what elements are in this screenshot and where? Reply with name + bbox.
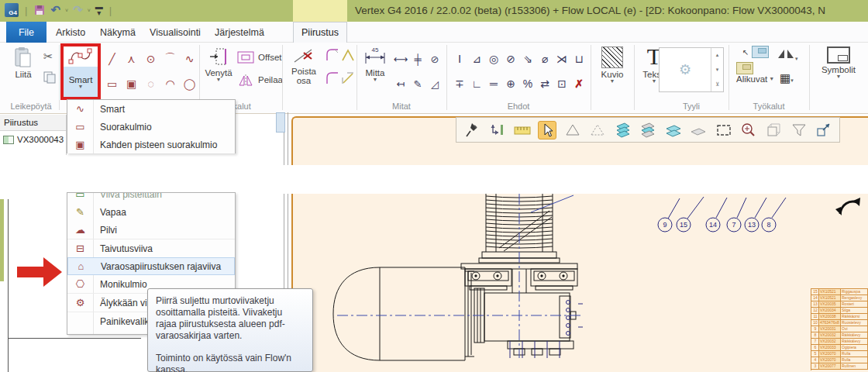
layers-all-icon[interactable] (614, 121, 632, 140)
line-tool-icon[interactable]: ╱ (102, 46, 122, 71)
dimension-tool-icon[interactable]: ⟷ (392, 46, 409, 71)
layers-two-icon[interactable] (664, 121, 682, 140)
constraint-icon[interactable]: Ⅰ (451, 46, 468, 71)
line-tool-icon[interactable]: ∿ (180, 46, 199, 71)
line-tool-icon[interactable]: ◠ (160, 71, 180, 96)
dimension-tool-icon[interactable]: ↤ (392, 71, 409, 96)
dimension-tool-icon[interactable]: ⊘ (426, 46, 443, 71)
fillet2-icon[interactable] (326, 71, 339, 88)
constraint-icon[interactable]: ⊕ (502, 71, 519, 96)
paste-button[interactable]: Liitä (8, 46, 39, 79)
stretch-button[interactable]: Venytä▼ (202, 46, 236, 82)
undo-icon[interactable]: ↶ (50, 4, 60, 16)
constraint-icon[interactable]: ⌀ (536, 46, 553, 71)
triangle-dashed-icon[interactable] (589, 121, 607, 140)
constraint-icon[interactable]: ∟ (468, 71, 485, 96)
gallery-expand-icon[interactable]: ⊻ (711, 77, 723, 91)
tab-visualisointi[interactable]: Visualisointi (146, 22, 205, 43)
symbols-button[interactable]: Symbolit▼ (815, 46, 862, 79)
constraint-icon[interactable]: ⊡ (553, 71, 570, 96)
drawing-sheet[interactable]: 9 15 14 7 13 8 (291, 194, 868, 372)
subpictures-button[interactable]: Alikuvat▼ (736, 74, 774, 84)
mirror-button[interactable]: Peilaa (237, 73, 283, 87)
constraint-icon[interactable]: ◎ (485, 46, 502, 71)
subpicture-blue-icon[interactable] (752, 46, 769, 58)
menu-item-taivutusviiva[interactable]: ⊟ Taivutusviiva (67, 239, 235, 257)
constraint-icon[interactable]: ⇄ (536, 71, 553, 96)
line-tool-icon[interactable]: ⊙ (141, 46, 160, 71)
drawing-tree-item[interactable]: VX3000043 (0, 131, 66, 144)
constraint-icon[interactable]: ⊿ (468, 46, 485, 71)
remove-part-button[interactable]: Poista osa (285, 46, 322, 85)
style-gallery[interactable]: ⚙ ▴ ▾ ⊻ (659, 47, 724, 92)
redo-icon[interactable]: ↷ (73, 4, 83, 16)
tab-file[interactable]: File (6, 22, 46, 43)
redo-dropdown-icon[interactable]: ˅ (88, 8, 91, 13)
dimension-tool-icon[interactable]: ╪ (409, 46, 426, 71)
cut-icon[interactable]: ✂ (43, 50, 53, 64)
line-tool-icon[interactable]: ⋏ (122, 46, 141, 71)
dimension-tool-icon[interactable]: ◿ (426, 71, 443, 96)
menu-item-clipped[interactable]: ▭ Viiva pisteittäin (67, 193, 235, 203)
zoom-in-icon[interactable] (739, 121, 757, 140)
tab-nakyma[interactable]: Näkymä (96, 22, 140, 43)
bend-line-icon: ⊟ (67, 243, 93, 254)
constraint-icon[interactable]: ⇘ (519, 46, 536, 71)
subpicture-yellow-icon[interactable] (736, 62, 753, 74)
menu-item-kahden-pisteen-suorakulmio[interactable]: ▣ Kahden pisteen suorakulmio (67, 136, 235, 153)
undo-dropdown-icon[interactable]: ˅ (65, 8, 68, 13)
smart-button[interactable]: Smart▼ (64, 46, 98, 97)
smart-dropdown-caret[interactable]: ▼ (78, 84, 84, 89)
menu-item-smart[interactable]: ∿ Smart (67, 100, 235, 118)
line-tool-icon[interactable]: ◯ (180, 71, 199, 96)
tab-piirustus[interactable]: Piirustus (293, 22, 347, 43)
menu-item-varaosapiirustuksen-rajaviiva[interactable]: ⌂ Varaosapiirustuksen rajaviiva (67, 257, 235, 275)
line-tool-icon[interactable]: ▭ (102, 71, 122, 96)
constraint-icon[interactable]: ∓ (451, 71, 468, 96)
scroll-up-icon[interactable]: ▴ (711, 48, 723, 63)
constraint-icon[interactable]: ⊔ (570, 46, 587, 71)
constraint-icon[interactable]: % (519, 71, 536, 96)
customize-qat-icon[interactable]: ▬▾ (95, 4, 103, 16)
scroll-down-icon[interactable]: ▾ (711, 63, 723, 78)
box-3d-icon[interactable] (765, 121, 783, 140)
layer-single-icon[interactable] (689, 121, 707, 140)
panel-header[interactable]: Piirustus (0, 115, 66, 131)
move-view-icon[interactable] (487, 121, 505, 140)
chamfer-highlight-icon[interactable] (341, 48, 355, 65)
select-area-icon[interactable] (715, 121, 732, 140)
select-cursor-icon[interactable] (538, 121, 556, 140)
constraint-icon[interactable]: ✗ (570, 71, 587, 96)
copy-icon[interactable] (43, 71, 56, 87)
chamfer2-icon[interactable] (341, 71, 355, 88)
parts-table: 15VX10521Riggauspa14VX10521Rengaslevy13V… (811, 288, 868, 370)
offset-button[interactable]: Offset (237, 51, 281, 64)
menu-item-vapaa[interactable]: ✎ Vapaa (67, 203, 235, 221)
dimension-button[interactable]: 45 Mitta▼ (360, 45, 391, 82)
tab-jarjestelma[interactable]: Järjestelmä (211, 22, 268, 43)
pattern-button[interactable]: Kuvio▼ (595, 46, 629, 84)
dimension-tool-icon[interactable]: ✎ (409, 71, 426, 96)
export-view-icon[interactable] (815, 121, 832, 140)
triangle-tool-icon[interactable] (563, 121, 581, 140)
save-icon[interactable] (33, 4, 46, 16)
filter-icon[interactable] (790, 121, 808, 140)
pin-icon[interactable] (463, 121, 480, 140)
tab-arkisto[interactable]: Arkisto (50, 22, 91, 43)
line-tool-icon[interactable]: ◌ (141, 71, 160, 96)
grid-tool-icon[interactable]: ▦▾ (780, 71, 794, 85)
menu-item-pilvi[interactable]: ☁ Pilvi (67, 221, 235, 239)
fillet-icon[interactable] (326, 48, 339, 65)
mirror-sort-icon[interactable]: ▾ (777, 46, 798, 64)
ruler-icon[interactable] (513, 121, 531, 140)
layers-mixed-icon[interactable] (639, 121, 657, 140)
constraint-icon[interactable]: ═ (485, 71, 502, 96)
line-tool-icon[interactable]: ▣ (122, 71, 141, 96)
app-logo-icon[interactable]: G4 (5, 3, 19, 17)
constraint-icon[interactable]: ⋊ (553, 46, 570, 71)
gallery-scrollbar[interactable]: ▴ ▾ ⊻ (711, 48, 723, 91)
line-tool-icon[interactable]: ⌒ (160, 46, 180, 71)
constraint-icon[interactable]: ⊘ (502, 46, 519, 71)
menu-item-suorakulmio[interactable]: ▭ Suorakulmio (67, 118, 235, 136)
parts-table-cell: 11 (811, 314, 819, 320)
